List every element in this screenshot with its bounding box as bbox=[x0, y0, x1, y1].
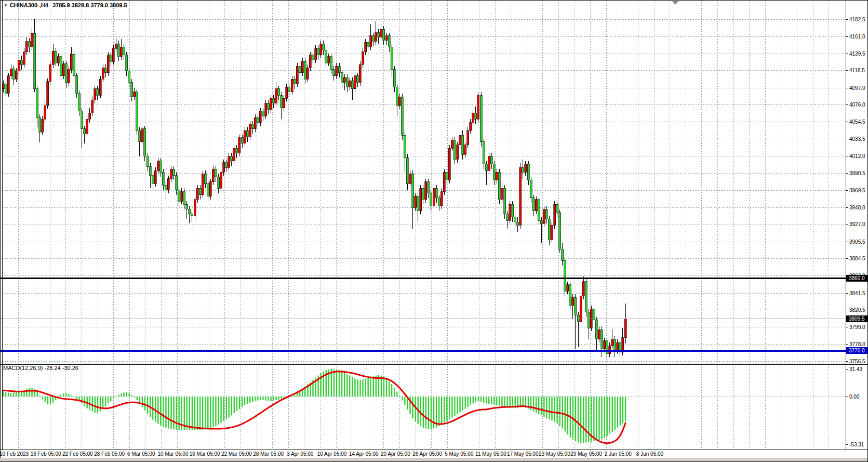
time-axis-label: 16 Mar 05:00 bbox=[190, 451, 220, 457]
candle-up bbox=[115, 44, 117, 48]
candle-up bbox=[301, 61, 303, 73]
macd-histogram-bar bbox=[606, 397, 607, 437]
candle-down bbox=[593, 309, 595, 320]
macd-histogram-bar bbox=[160, 397, 161, 426]
indicator-values: -28.24 -30.26 bbox=[44, 365, 78, 371]
macd-histogram-bar bbox=[486, 397, 487, 403]
macd-histogram-bar bbox=[252, 397, 253, 402]
candle-down bbox=[176, 176, 178, 190]
macd-histogram-bar bbox=[354, 378, 355, 397]
macd-histogram-bar bbox=[29, 388, 30, 397]
macd-histogram-bar bbox=[562, 397, 563, 429]
candle-down bbox=[330, 57, 332, 70]
candle-up bbox=[543, 209, 545, 224]
candle-down bbox=[564, 260, 566, 291]
macd-histogram-bar bbox=[278, 397, 279, 400]
macd-histogram-bar bbox=[173, 397, 174, 429]
macd-histogram-bar bbox=[399, 395, 400, 397]
candle-up bbox=[275, 89, 277, 103]
macd-histogram-bar bbox=[593, 397, 594, 441]
macd-histogram-bar bbox=[341, 371, 342, 397]
macd-histogram-bar bbox=[210, 397, 211, 428]
candle-up bbox=[501, 188, 503, 200]
macd-histogram-bar bbox=[346, 374, 348, 397]
candle-down bbox=[139, 130, 141, 142]
time-axis-label: 10 Feb 2023 bbox=[0, 451, 29, 457]
symbol-dropdown-icon[interactable]: ▼ bbox=[4, 3, 8, 8]
candle-down bbox=[123, 47, 125, 55]
price-axis-label: 4139.5 bbox=[849, 51, 865, 57]
candle-down bbox=[110, 55, 112, 61]
candle-down bbox=[391, 47, 393, 69]
macd-histogram-bar bbox=[383, 376, 384, 397]
macd-histogram-bar bbox=[549, 397, 550, 419]
price-axis[interactable]: 4182.54161.04139.54118.54097.04076.04054… bbox=[846, 17, 867, 364]
candle-up bbox=[49, 64, 51, 81]
macd-histogram-bar bbox=[509, 397, 510, 407]
candle-up bbox=[448, 148, 450, 180]
candle-down bbox=[136, 92, 138, 130]
macd-histogram-bar bbox=[165, 397, 166, 428]
time-axis-label: 22 Feb 05:00 bbox=[62, 451, 93, 457]
macd-axis-label: 0.00 bbox=[849, 394, 860, 400]
macd-histogram-bar bbox=[273, 397, 274, 401]
candle-down bbox=[191, 214, 193, 216]
time-axis-label: 14 Apr 05:00 bbox=[349, 451, 379, 457]
candle-up bbox=[270, 98, 272, 110]
macd-histogram-bar bbox=[464, 397, 465, 409]
macd-histogram-bar bbox=[239, 397, 240, 409]
macd-histogram-bar bbox=[536, 397, 537, 413]
candle-up bbox=[154, 170, 156, 183]
macd-histogram-bar bbox=[268, 397, 269, 401]
candle-down bbox=[514, 217, 516, 222]
chart-canvas[interactable]: 4182.54161.04139.54118.54097.04076.04054… bbox=[0, 0, 868, 462]
price-axis-label: 3778.0 bbox=[849, 341, 865, 347]
candle-up bbox=[359, 64, 361, 82]
macd-histogram-bar bbox=[281, 397, 282, 399]
macd-histogram-bar bbox=[10, 393, 11, 397]
candle-down bbox=[556, 204, 558, 212]
time-axis-label: 20 Apr 05:00 bbox=[381, 451, 410, 457]
candle-up bbox=[44, 105, 46, 119]
candle-up bbox=[451, 140, 453, 148]
time-axis-label: 11 May 05:00 bbox=[475, 451, 506, 457]
candle-up bbox=[212, 169, 214, 182]
candle-down bbox=[225, 163, 228, 167]
indicator-name: MACD(12,26,9) bbox=[3, 365, 43, 371]
macd-histogram-bar bbox=[609, 397, 610, 434]
macd-histogram-bar bbox=[617, 397, 618, 428]
macd-histogram-bar bbox=[205, 397, 206, 429]
price-axis-label: 3969.5 bbox=[849, 188, 865, 193]
candle-up bbox=[89, 113, 91, 119]
macd-histogram-bar bbox=[212, 397, 213, 427]
macd-histogram-bar bbox=[197, 397, 198, 430]
candle-down bbox=[246, 130, 248, 137]
candle-up bbox=[7, 76, 9, 94]
candle-down bbox=[606, 341, 608, 354]
candle-up bbox=[209, 182, 211, 196]
macd-histogram-bar bbox=[234, 397, 235, 413]
macd-histogram-bar bbox=[596, 397, 597, 441]
macd-histogram-bar bbox=[625, 397, 626, 421]
time-axis[interactable]: 10 Feb 202316 Feb 05:0022 Feb 05:0028 Fe… bbox=[0, 451, 664, 457]
macd-histogram-bar bbox=[367, 378, 368, 397]
candle-up bbox=[23, 52, 25, 65]
time-axis-label: 17 May 05:00 bbox=[507, 451, 539, 457]
candle-down bbox=[401, 97, 403, 135]
candle-down bbox=[183, 192, 185, 205]
candle-up bbox=[249, 124, 251, 137]
indicator-label: MACD(12,26,9) -28.24 -30.26 bbox=[3, 365, 78, 371]
time-axis-label: 29 May 05:00 bbox=[570, 451, 602, 457]
macd-histogram-bar bbox=[52, 397, 54, 403]
macd-histogram-bar bbox=[81, 397, 82, 403]
macd-histogram-bar bbox=[451, 397, 452, 417]
macd-histogram-bar bbox=[391, 384, 392, 397]
macd-histogram-bar bbox=[108, 397, 109, 403]
price-badge-value: 3770.0 bbox=[849, 348, 865, 353]
macd-histogram-bar bbox=[501, 397, 502, 406]
candle-up bbox=[15, 71, 17, 79]
candle-down bbox=[215, 169, 217, 177]
candle-up bbox=[42, 119, 44, 132]
macd-histogram-bar bbox=[431, 397, 432, 429]
macd-histogram-bar bbox=[506, 397, 508, 407]
